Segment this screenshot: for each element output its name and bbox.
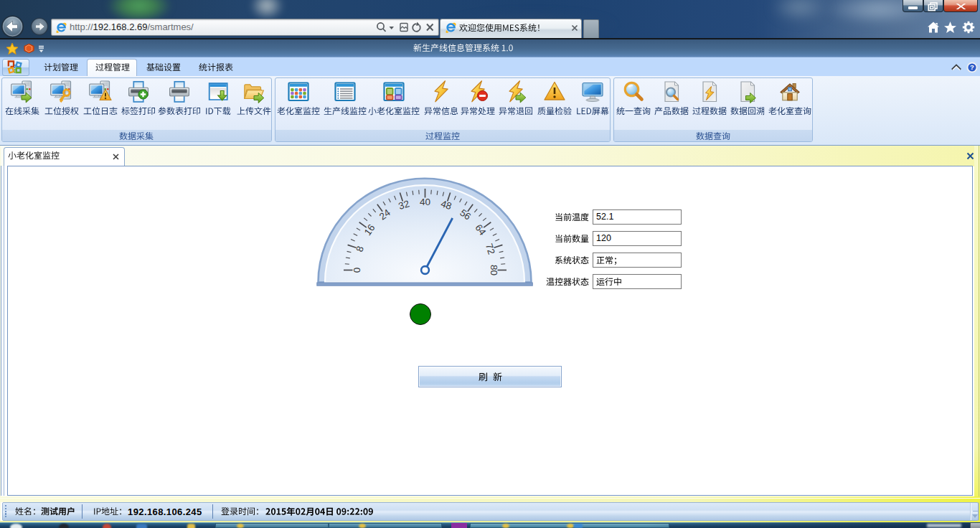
svg-text:?: ? [970,63,974,71]
svg-text:80: 80 [489,265,499,275]
svg-text:40: 40 [420,197,430,207]
svg-text:0: 0 [352,268,362,273]
